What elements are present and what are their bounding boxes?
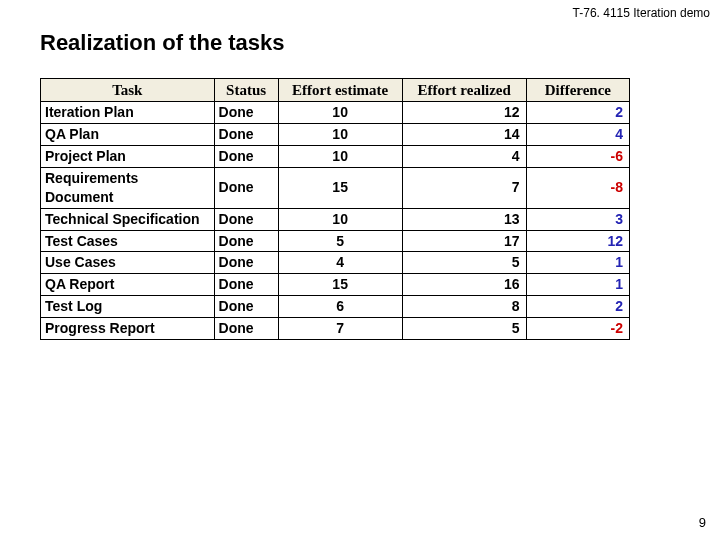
cell-task: Requirements Document — [41, 167, 215, 208]
cell-estimate: 4 — [278, 252, 402, 274]
cell-difference: -2 — [526, 318, 629, 340]
cell-realized: 13 — [402, 208, 526, 230]
cell-estimate: 15 — [278, 167, 402, 208]
col-header-estimate: Effort estimate — [278, 79, 402, 102]
cell-difference: 12 — [526, 230, 629, 252]
cell-task: Iteration Plan — [41, 102, 215, 124]
cell-difference: 3 — [526, 208, 629, 230]
cell-difference: 1 — [526, 274, 629, 296]
cell-task: QA Plan — [41, 124, 215, 146]
cell-task: QA Report — [41, 274, 215, 296]
cell-difference: 4 — [526, 124, 629, 146]
cell-status: Done — [214, 318, 278, 340]
cell-status: Done — [214, 102, 278, 124]
cell-estimate: 10 — [278, 208, 402, 230]
table-row: Iteration Plan Done 10 12 2 — [41, 102, 630, 124]
document-header: T-76. 4115 Iteration demo — [573, 6, 710, 20]
cell-status: Done — [214, 230, 278, 252]
cell-realized: 17 — [402, 230, 526, 252]
cell-difference: 2 — [526, 102, 629, 124]
col-header-realized: Effort realized — [402, 79, 526, 102]
table-header-row: Task Status Effort estimate Effort reali… — [41, 79, 630, 102]
table-row: Test Log Done 6 8 2 — [41, 296, 630, 318]
cell-difference: -6 — [526, 146, 629, 168]
tasks-table: Task Status Effort estimate Effort reali… — [40, 78, 630, 340]
table-row: Requirements Document Done 15 7 -8 — [41, 167, 630, 208]
page-title: Realization of the tasks — [40, 30, 285, 56]
cell-task: Technical Specification — [41, 208, 215, 230]
cell-task: Test Cases — [41, 230, 215, 252]
table-row: Project Plan Done 10 4 -6 — [41, 146, 630, 168]
table-row: Technical Specification Done 10 13 3 — [41, 208, 630, 230]
cell-task: Use Cases — [41, 252, 215, 274]
cell-estimate: 10 — [278, 102, 402, 124]
cell-task: Progress Report — [41, 318, 215, 340]
cell-realized: 7 — [402, 167, 526, 208]
cell-realized: 12 — [402, 102, 526, 124]
tasks-table-container: Task Status Effort estimate Effort reali… — [40, 78, 630, 340]
cell-task: Project Plan — [41, 146, 215, 168]
cell-status: Done — [214, 167, 278, 208]
cell-estimate: 5 — [278, 230, 402, 252]
cell-realized: 14 — [402, 124, 526, 146]
table-row: QA Report Done 15 16 1 — [41, 274, 630, 296]
cell-status: Done — [214, 296, 278, 318]
cell-realized: 5 — [402, 252, 526, 274]
cell-realized: 4 — [402, 146, 526, 168]
cell-estimate: 6 — [278, 296, 402, 318]
cell-difference: 1 — [526, 252, 629, 274]
cell-status: Done — [214, 208, 278, 230]
cell-realized: 8 — [402, 296, 526, 318]
col-header-difference: Difference — [526, 79, 629, 102]
cell-difference: 2 — [526, 296, 629, 318]
table-row: Use Cases Done 4 5 1 — [41, 252, 630, 274]
table-row: Test Cases Done 5 17 12 — [41, 230, 630, 252]
col-header-task: Task — [41, 79, 215, 102]
cell-status: Done — [214, 146, 278, 168]
cell-realized: 16 — [402, 274, 526, 296]
cell-status: Done — [214, 274, 278, 296]
cell-estimate: 10 — [278, 146, 402, 168]
cell-estimate: 15 — [278, 274, 402, 296]
cell-task: Test Log — [41, 296, 215, 318]
cell-estimate: 7 — [278, 318, 402, 340]
cell-estimate: 10 — [278, 124, 402, 146]
cell-status: Done — [214, 252, 278, 274]
table-row: Progress Report Done 7 5 -2 — [41, 318, 630, 340]
page-number: 9 — [699, 515, 706, 530]
table-row: QA Plan Done 10 14 4 — [41, 124, 630, 146]
cell-realized: 5 — [402, 318, 526, 340]
cell-status: Done — [214, 124, 278, 146]
cell-difference: -8 — [526, 167, 629, 208]
col-header-status: Status — [214, 79, 278, 102]
